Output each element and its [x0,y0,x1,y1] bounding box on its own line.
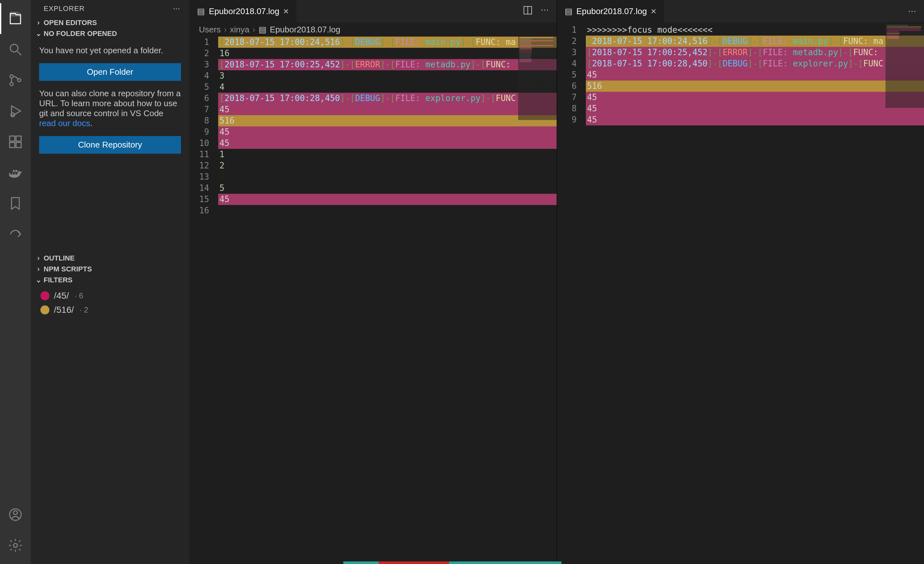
svg-rect-9 [16,142,21,148]
code-line[interactable] [218,205,556,216]
docker-icon[interactable] [0,157,31,188]
minimap-right[interactable] [885,24,924,108]
more-actions-icon[interactable]: ⋯ [908,6,916,16]
code-area-right[interactable]: 123456789 >>>>>>>>focus mode<<<<<<<[2018… [557,24,924,564]
filter-row[interactable]: /45/ · 6 [37,289,183,303]
code-line[interactable]: 45 [586,103,924,114]
read-docs-link[interactable]: read our docs [39,118,90,128]
code-line[interactable]: [2018-07-15 17:00:24,516]-[DEBUG]-[FILE:… [586,36,924,47]
file-icon: ▤ [565,6,573,16]
chevron-right-icon: › [33,254,44,262]
section-no-folder[interactable]: ⌄ NO FOLDER OPENED [31,28,189,39]
code-line[interactable]: [2018-07-15 17:00:28,450]-[DEBUG]-[FILE:… [218,93,556,104]
breadcrumb-file[interactable]: Epubor2018.07.log [270,25,340,34]
sidebar-more-icon[interactable]: ⋯ [173,4,180,13]
code-line[interactable]: 45 [218,194,556,205]
code-line[interactable]: 45 [218,104,556,115]
svg-point-2 [10,75,13,78]
explorer-icon[interactable] [0,3,31,34]
bookmark-icon[interactable] [0,188,31,219]
code-line[interactable]: 5 [218,183,556,194]
svg-point-11 [14,511,17,514]
section-open-editors[interactable]: › OPEN EDITORS [31,17,189,28]
no-folder-body: You have not yet opened a folder. Open F… [31,39,189,168]
section-outline[interactable]: › OUTLINE [31,253,189,264]
svg-point-3 [10,82,13,86]
tabs-left: ▤ Epubor2018.07.log × ⋯ [189,0,556,22]
share-icon[interactable] [0,219,31,250]
code-line[interactable]: 45 [218,138,556,149]
close-icon[interactable]: × [651,6,656,16]
tab-left[interactable]: ▤ Epubor2018.07.log × [189,0,297,22]
editor-group-right: ▤ Epubor2018.07.log × ⋯ 123456789 >>>>>>… [557,0,924,564]
chevron-right-icon: › [33,19,44,27]
activity-bar [0,0,31,564]
breadcrumb-seg[interactable]: xinya [230,25,250,34]
filters-body: /45/ · 6 /516/ · 2 [31,285,189,320]
code-line[interactable]: 45 [586,69,924,81]
svg-line-1 [17,51,21,55]
code-line[interactable]: 45 [586,92,924,103]
breadcrumb-seg[interactable]: Users [199,25,221,34]
code-line[interactable]: 2 [218,160,556,171]
breadcrumb-left[interactable]: Users › xinya › ▤ Epubor2018.07.log [189,22,556,37]
sidebar-header: EXPLORER ⋯ [31,0,189,17]
code-line[interactable]: [2018-07-15 17:00:25,452]-[ERROR]-[FILE:… [586,47,924,58]
code-line[interactable]: [2018-07-15 17:00:24,516]-[DEBUG]-[FILE:… [218,37,556,48]
chevron-down-icon: ⌄ [33,276,44,284]
open-folder-button[interactable]: Open Folder [39,63,181,81]
search-icon[interactable] [0,34,31,65]
code-area-left[interactable]: 12345678910111213141516 [2018-07-15 17:0… [189,37,556,564]
section-filters[interactable]: ⌄ FILTERS [31,274,189,285]
svg-rect-8 [10,142,15,148]
file-icon: ▤ [197,6,205,16]
sidebar: EXPLORER ⋯ › OPEN EDITORS ⌄ NO FOLDER OP… [31,0,189,564]
svg-rect-7 [16,136,21,141]
section-npm-scripts[interactable]: › NPM SCRIPTS [31,264,189,274]
code-line[interactable]: 516 [218,115,556,126]
account-icon[interactable] [0,499,31,530]
tab-right[interactable]: ▤ Epubor2018.07.log × [557,0,664,22]
code-line[interactable]: 16 [218,48,556,59]
source-control-icon[interactable] [0,65,31,96]
svg-point-0 [10,44,18,52]
code-line[interactable]: [2018-07-15 17:00:25,452]-[ERROR]-[FILE:… [218,59,556,70]
code-line[interactable]: 1 [218,149,556,160]
close-icon[interactable]: × [283,6,289,16]
gutter-right: 123456789 [557,24,586,564]
more-actions-icon[interactable]: ⋯ [541,5,549,18]
filter-pattern: /516/ [54,305,74,315]
code-line[interactable]: 45 [586,114,924,126]
tab-left-label: Epubor2018.07.log [209,6,279,16]
run-debug-icon[interactable] [0,96,31,126]
code-line[interactable]: 516 [586,81,924,92]
chevron-right-icon: › [224,25,227,34]
chevron-right-icon: › [33,265,44,273]
filter-color-dot [40,291,50,300]
status-seg [449,561,561,564]
status-seg [379,561,449,564]
code-line[interactable]: >>>>>>>>focus mode<<<<<<< [586,24,924,36]
editors-area: ▤ Epubor2018.07.log × ⋯ Users › xinya › … [189,0,924,564]
no-folder-msg: You have not yet opened a folder. [39,45,181,56]
chevron-right-icon: › [252,25,255,34]
code-line[interactable]: 4 [218,81,556,93]
minimap-left[interactable] [518,37,556,120]
code-line[interactable]: 45 [218,126,556,138]
code-line[interactable]: 3 [218,70,556,81]
clone-repository-button[interactable]: Clone Repository [39,136,181,154]
code-lines-left[interactable]: [2018-07-15 17:00:24,516]-[DEBUG]-[FILE:… [218,37,556,564]
no-folder-label: NO FOLDER OPENED [44,30,117,38]
svg-point-12 [14,543,17,548]
code-lines-right[interactable]: >>>>>>>>focus mode<<<<<<<[2018-07-15 17:… [586,24,924,564]
filter-count: · 6 [75,291,83,300]
code-line[interactable]: [2018-07-15 17:00:28,450]-[DEBUG]-[FILE:… [586,58,924,69]
editor-group-left: ▤ Epubor2018.07.log × ⋯ Users › xinya › … [189,0,557,564]
split-editor-icon[interactable] [523,5,533,18]
code-line[interactable] [218,171,556,183]
extensions-icon[interactable] [0,126,31,157]
gutter-left: 12345678910111213141516 [189,37,218,564]
file-icon: ▤ [259,25,267,34]
settings-icon[interactable] [0,530,31,561]
filter-row[interactable]: /516/ · 2 [37,303,183,317]
